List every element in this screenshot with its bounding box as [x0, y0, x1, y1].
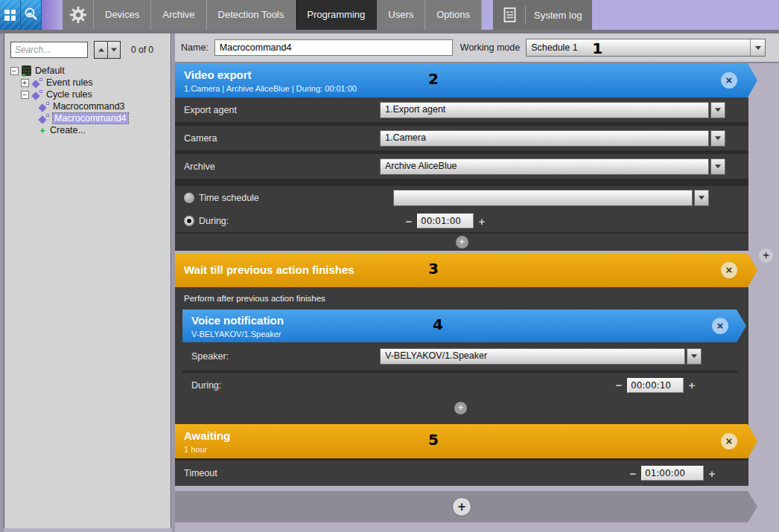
callout-3: 3 [428, 260, 439, 278]
time-schedule-radio[interactable] [184, 193, 194, 203]
tree-item-macrocommand4[interactable]: Macrocommand4 [10, 112, 171, 124]
add-action-bottom-bar: + [175, 491, 757, 522]
camera-label: Camera [184, 133, 380, 144]
system-log-button[interactable]: System log [493, 0, 592, 30]
tree-item-cycle-rules[interactable]: Cycle rules [10, 89, 171, 100]
time-schedule-value [393, 190, 693, 206]
chevron-down-icon[interactable] [694, 190, 709, 206]
expand-expander-icon[interactable] [21, 79, 29, 87]
server-icon [22, 65, 31, 76]
working-mode-dropdown[interactable]: Schedule 1 1 [526, 39, 766, 57]
chevron-down-icon[interactable] [687, 348, 702, 365]
voice-during-input[interactable] [627, 378, 684, 393]
macro-icon [39, 102, 50, 112]
add-action-button[interactable]: + [454, 402, 467, 414]
tab-programming[interactable]: Programming [296, 0, 377, 30]
chevron-down-icon[interactable] [710, 102, 725, 118]
main-tabs: Devices Archive Detection Tools Programm… [63, 0, 482, 30]
video-export-header[interactable]: Video export 1.Camera | Archive AliceBlu… [175, 63, 757, 97]
search-input[interactable] [10, 42, 88, 58]
chevron-down-icon[interactable] [710, 130, 725, 147]
voice-notification-header[interactable]: Voice notification V-BELYAKOV/1.Speaker … [182, 310, 746, 342]
minus-icon[interactable]: − [628, 467, 638, 480]
chevron-down-icon[interactable] [750, 39, 765, 56]
tab-devices[interactable]: Devices [94, 0, 151, 30]
tree-item-label-selected: Macrocommand4 [53, 113, 128, 124]
plus-icon[interactable]: + [477, 215, 487, 228]
during-radio[interactable] [184, 216, 194, 226]
tree-item-event-rules[interactable]: Event rules [10, 77, 171, 89]
during-time-input[interactable] [417, 214, 474, 228]
settings-gear-button[interactable] [63, 0, 94, 30]
collapse-expander-icon[interactable] [21, 91, 29, 99]
collapse-expander-icon[interactable] [10, 67, 19, 75]
plus-icon[interactable]: + [707, 467, 717, 480]
add-action-button[interactable]: + [452, 497, 471, 516]
video-export-body: Export agent 1.Export agent Camera 1.Cam… [175, 97, 748, 251]
time-schedule-row: Time schedule [175, 186, 748, 210]
close-icon[interactable]: × [721, 433, 737, 449]
name-label: Name: [181, 42, 209, 53]
chevron-down-icon[interactable] [710, 158, 725, 175]
camera-search-button[interactable] [21, 0, 42, 30]
camera-row: Camera 1.Camera [175, 126, 748, 150]
rule-icon [32, 90, 43, 100]
tree-item-macrocommand3[interactable]: Macrocommand3 [10, 100, 171, 112]
search-nav-buttons [94, 41, 121, 59]
tree-item-label: Cycle rules [46, 89, 92, 100]
archive-value: Archive AliceBlue [380, 158, 709, 175]
callout-5: 5 [428, 431, 439, 449]
macro-name-input[interactable] [214, 39, 453, 56]
tab-archive[interactable]: Archive [151, 0, 206, 30]
timeout-row: Timeout − + [175, 461, 748, 486]
tab-detection-tools[interactable]: Detection Tools [207, 0, 296, 30]
section-title: Awaiting [184, 429, 757, 442]
section-subtitle: V-BELYAKOV/1.Speaker [191, 330, 746, 339]
add-section-side-button[interactable]: + [759, 249, 773, 263]
search-next-button[interactable] [107, 42, 120, 58]
during-label: During: [199, 216, 393, 226]
close-icon[interactable]: × [712, 318, 728, 334]
document-icon [503, 7, 517, 23]
top-navigation-bar: Devices Archive Detection Tools Programm… [0, 0, 779, 30]
export-agent-value: 1.Export agent [380, 102, 709, 118]
tree-item-label: Default [35, 65, 65, 76]
time-schedule-dropdown[interactable] [393, 190, 709, 206]
close-icon[interactable]: × [721, 262, 737, 278]
tree-item-label: Event rules [46, 77, 93, 88]
search-prev-button[interactable] [95, 42, 107, 58]
export-agent-row: Export agent 1.Export agent [175, 97, 748, 122]
awaiting-header[interactable]: Awaiting 1 hour 5 × [175, 424, 757, 458]
layouts-button[interactable] [0, 0, 21, 30]
accent-strip [42, 0, 63, 30]
camera-dropdown[interactable]: 1.Camera [380, 130, 725, 147]
timeout-input[interactable] [641, 466, 704, 481]
tab-options[interactable]: Options [425, 0, 482, 30]
speaker-row: Speaker: V-BELYAKOV/1.Speaker [182, 342, 739, 371]
macro-name-row: Name: Working mode Schedule 1 1 [175, 33, 779, 63]
tree-item-default[interactable]: Default [10, 65, 171, 77]
tree-search-row: 0 of 0 [10, 41, 166, 59]
minus-icon[interactable]: − [404, 215, 414, 228]
macro-tree: Default Event rules Cycle rules Macrocom… [10, 65, 171, 136]
wait-section-header[interactable]: Wait till previous action finishes 3 × [175, 253, 757, 287]
plus-icon[interactable]: + [687, 379, 697, 391]
minus-icon[interactable]: − [614, 379, 624, 391]
macro-icon [39, 114, 50, 124]
export-agent-dropdown[interactable]: 1.Export agent [380, 102, 725, 118]
tab-users[interactable]: Users [377, 0, 425, 30]
add-action-button[interactable]: + [456, 236, 468, 249]
close-icon[interactable]: × [721, 72, 737, 89]
perform-after-label: Perform after previous action finishes [175, 287, 748, 310]
speaker-dropdown[interactable]: V-BELYAKOV/1.Speaker [380, 348, 702, 365]
rules-tree-sidebar: 0 of 0 Default Event rules Cycle rules M… [4, 33, 171, 528]
archive-dropdown[interactable]: Archive AliceBlue [380, 158, 725, 175]
voice-during-row: During: − + [182, 371, 739, 397]
during-row: During: − + [175, 210, 748, 232]
macro-editor-panel: Name: Working mode Schedule 1 1 Video ex… [175, 33, 779, 532]
divider [525, 6, 526, 24]
section-title: Video export [184, 68, 757, 81]
section-title: Wait till previous action finishes [184, 263, 757, 276]
search-match-counter: 0 of 0 [131, 45, 153, 55]
tree-item-create[interactable]: + Create... [10, 124, 171, 136]
